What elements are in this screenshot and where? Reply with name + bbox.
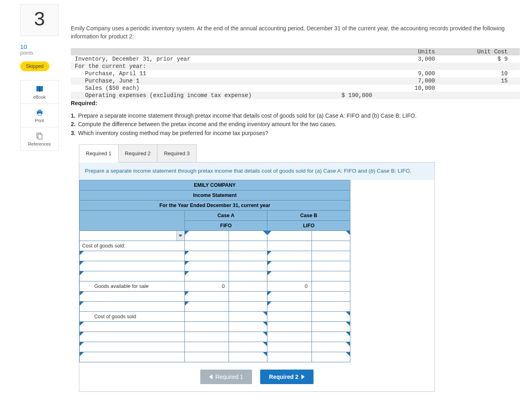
ws-row	[80, 261, 350, 271]
references-label: References	[28, 142, 51, 146]
ws-case-b: Case B	[267, 211, 350, 221]
question-sidebar: 3 10 points Skipped eBook Print Referenc…	[20, 4, 59, 392]
line-item-input[interactable]	[80, 292, 185, 302]
cogs-label: Cost of goods sold:	[80, 241, 185, 251]
tab-required-1[interactable]: Required 1	[79, 144, 119, 163]
goods-available-a: 0	[184, 281, 229, 292]
tab-instruction: Prepare a separate income statement thro…	[79, 163, 435, 180]
amount-input[interactable]	[267, 302, 312, 312]
table-row: Purchase, June 1 7,000 15	[71, 77, 520, 85]
ws-row: Cost of goods sold	[80, 312, 350, 322]
ebook-button[interactable]: eBook	[21, 80, 58, 104]
amount-input[interactable]	[184, 302, 229, 312]
print-label: Print	[35, 118, 44, 123]
problem-intro: Emily Company uses a periodic inventory …	[71, 24, 520, 41]
ws-company: EMILY COMPANY	[80, 180, 350, 190]
ws-row: Cost of goods sold:	[80, 241, 350, 251]
side-tools: eBook Print References	[20, 80, 59, 151]
line-item-input[interactable]	[80, 271, 185, 281]
amount-input[interactable]	[229, 322, 267, 332]
amount-input[interactable]	[312, 312, 350, 322]
amount-input[interactable]	[229, 332, 267, 342]
line-item-input[interactable]	[80, 342, 185, 352]
table-row: Inventory, December 31, prior year 3,000…	[71, 55, 520, 63]
tab-required-2[interactable]: Required 2	[118, 144, 158, 163]
requirement-item: 1.Prepare a separate income statement th…	[71, 112, 520, 120]
amount-input[interactable]	[312, 332, 350, 342]
requirement-item: 3.Which inventory costing method may be …	[71, 129, 520, 137]
line-item-input[interactable]	[80, 332, 185, 342]
header-unit-cost: Unit Cost	[439, 48, 520, 55]
answer-area: Required 1 Required 2 Required 3 Prepare…	[79, 144, 520, 392]
required-heading: Required:	[71, 100, 520, 106]
tab-nav-buttons: Required 1 Required 2	[79, 362, 435, 391]
print-button[interactable]: Print	[21, 104, 58, 127]
tab-required-3[interactable]: Required 3	[157, 144, 197, 163]
requirement-item: 2.Compute the difference between the pre…	[71, 120, 520, 129]
line-item-input[interactable]	[80, 322, 185, 332]
amount-input[interactable]	[267, 292, 312, 302]
ws-row	[80, 271, 350, 281]
line-item-input[interactable]	[80, 261, 185, 271]
ws-method-b: LIFO	[267, 221, 350, 231]
question-number: 3	[20, 4, 59, 36]
amount-input[interactable]	[267, 251, 312, 261]
table-row: Purchase, April 11 9,000 10	[71, 70, 520, 77]
chevron-left-icon	[209, 374, 212, 379]
chevron-right-icon	[301, 374, 305, 379]
ws-row	[80, 322, 350, 332]
amount-input[interactable]	[312, 322, 350, 332]
amount-input[interactable]	[184, 261, 229, 271]
amount-input[interactable]	[312, 342, 350, 352]
amount-input[interactable]	[267, 271, 312, 281]
ws-row: Goods available for sale 0 0	[80, 281, 350, 292]
chevron-down-icon	[178, 235, 182, 237]
amount-input[interactable]	[229, 231, 267, 241]
amount-input[interactable]	[267, 261, 312, 271]
book-icon	[36, 85, 44, 93]
ws-method-a: FIFO	[184, 221, 267, 231]
table-row: For the current year:	[71, 63, 520, 70]
references-button[interactable]: References	[21, 127, 58, 150]
table-row: Sales ($50 each) 10,000	[71, 85, 520, 92]
points-value: 10	[20, 43, 59, 50]
next-tab-button[interactable]: Required 2	[260, 370, 314, 384]
amount-input[interactable]	[267, 231, 312, 241]
skipped-badge: Skipped	[20, 61, 49, 71]
amount-input[interactable]	[184, 292, 229, 302]
amount-input[interactable]	[229, 352, 267, 362]
requirements-list: 1.Prepare a separate income statement th…	[71, 112, 520, 137]
line-item-input[interactable]	[80, 251, 185, 261]
printer-icon	[36, 109, 44, 116]
line-item-dropdown[interactable]	[80, 231, 185, 241]
ws-title: Income Statement	[80, 190, 350, 201]
ws-row	[80, 292, 350, 302]
amount-input[interactable]	[184, 251, 229, 261]
line-item-input[interactable]	[80, 352, 185, 362]
cogs-total-label: Cost of goods sold	[80, 312, 185, 322]
line-item-input[interactable]	[80, 302, 185, 312]
amount-input[interactable]	[312, 231, 350, 241]
goods-available-label: Goods available for sale	[80, 281, 185, 292]
requirement-tabs: Required 1 Required 2 Required 3	[79, 144, 520, 163]
ws-row	[80, 342, 350, 352]
svg-rect-1	[38, 110, 41, 112]
amount-input[interactable]	[184, 271, 229, 281]
copy-icon	[36, 132, 43, 139]
ws-row	[80, 332, 350, 342]
amount-input[interactable]	[229, 342, 267, 352]
table-header-row: Units Unit Cost	[71, 48, 520, 55]
inventory-data-table: Units Unit Cost Inventory, December 31, …	[71, 48, 520, 99]
prev-tab-button[interactable]: Required 1	[200, 370, 252, 384]
svg-rect-2	[38, 113, 41, 115]
table-row: Operating expenses (excluding income tax…	[71, 92, 520, 99]
ws-case-a: Case A	[184, 211, 267, 221]
svg-rect-4	[38, 134, 42, 139]
ws-row	[80, 302, 350, 312]
tab-content: Prepare a separate income statement thro…	[79, 162, 435, 392]
amount-input[interactable]	[184, 231, 229, 241]
goods-available-b: 0	[267, 281, 312, 292]
ws-period: For the Year Ended December 31, current …	[80, 201, 350, 211]
amount-input[interactable]	[229, 312, 267, 322]
amount-input[interactable]	[312, 352, 350, 362]
